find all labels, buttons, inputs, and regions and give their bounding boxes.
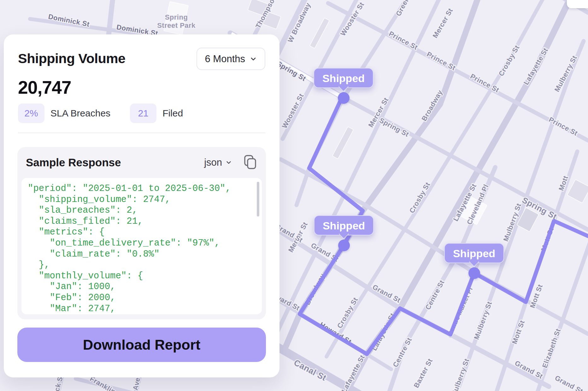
scrollbar-thumb[interactable] xyxy=(257,182,259,216)
language-select-value: json xyxy=(204,157,222,168)
code-block[interactable]: "period": "2025-01-01 to 2025-06-30", "s… xyxy=(21,178,262,314)
divider xyxy=(18,133,265,133)
shipping-volume-card: Shipping Volume 6 Months 20,747 2% SLA B… xyxy=(4,34,279,377)
shipped-marker-label: Shipped xyxy=(444,243,504,263)
app: ThompsonW BroadwayWooster StGreeneMercer… xyxy=(0,0,588,391)
chevron-down-icon xyxy=(250,55,257,63)
shipped-marker-label: Shipped xyxy=(314,215,374,235)
shipped-marker-dot xyxy=(338,92,350,104)
filed-value: 21 xyxy=(130,104,156,123)
filed-label: Filed xyxy=(162,108,183,119)
period-select-value: 6 Months xyxy=(205,53,245,65)
map-control[interactable] xyxy=(567,0,588,8)
street-label: Street Park xyxy=(157,21,196,29)
language-select[interactable]: json xyxy=(204,157,232,168)
code-content: "period": "2025-01-01 to 2025-06-30", "s… xyxy=(28,183,256,314)
period-select[interactable]: 6 Months xyxy=(197,48,265,70)
copy-icon[interactable] xyxy=(244,155,257,170)
shipped-marker-dot xyxy=(468,267,480,279)
sla-breaches-value: 2% xyxy=(18,104,44,123)
shipped-marker-dot xyxy=(338,240,350,251)
card-title: Shipping Volume xyxy=(18,51,125,66)
street-label: Spring xyxy=(165,13,188,21)
sla-breaches-label: SLA Breaches xyxy=(50,108,110,119)
shipped-marker-label: Shipped xyxy=(314,68,373,88)
volume-value: 20,747 xyxy=(18,77,265,98)
sample-response-section: Sample Response json "period": "2025-01-… xyxy=(17,147,266,319)
sample-response-title: Sample Response xyxy=(26,156,204,169)
download-report-button[interactable]: Download Report xyxy=(17,328,266,362)
chevron-down-icon xyxy=(225,159,232,166)
